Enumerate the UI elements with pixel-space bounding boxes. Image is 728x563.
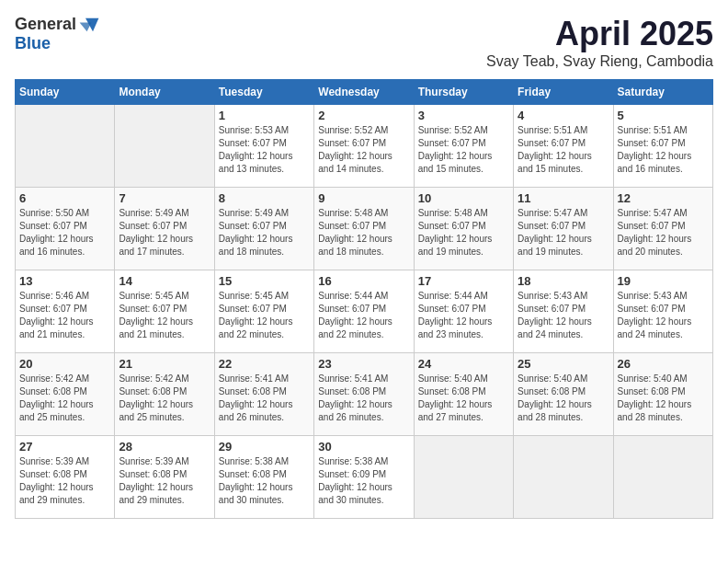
day-number: 14	[119, 274, 210, 288]
week-row-3: 13Sunrise: 5:46 AM Sunset: 6:07 PM Dayli…	[16, 270, 713, 353]
day-number: 25	[518, 357, 609, 371]
day-info: Sunrise: 5:49 AM Sunset: 6:07 PM Dayligh…	[119, 207, 210, 259]
day-info: Sunrise: 5:46 AM Sunset: 6:07 PM Dayligh…	[19, 290, 110, 341]
day-cell: 22Sunrise: 5:41 AM Sunset: 6:08 PM Dayli…	[214, 353, 313, 436]
title-area: April 2025 Svay Teab, Svay Rieng, Cambod…	[486, 15, 713, 70]
day-header-tuesday: Tuesday	[214, 80, 313, 105]
day-info: Sunrise: 5:40 AM Sunset: 6:08 PM Dayligh…	[518, 373, 609, 424]
day-cell: 19Sunrise: 5:43 AM Sunset: 6:07 PM Dayli…	[613, 270, 712, 353]
day-cell: 13Sunrise: 5:46 AM Sunset: 6:07 PM Dayli…	[16, 270, 115, 353]
day-cell: 20Sunrise: 5:42 AM Sunset: 6:08 PM Dayli…	[16, 353, 115, 436]
day-info: Sunrise: 5:53 AM Sunset: 6:07 PM Dayligh…	[219, 124, 310, 176]
day-number: 2	[318, 109, 409, 122]
day-info: Sunrise: 5:48 AM Sunset: 6:07 PM Dayligh…	[418, 207, 509, 259]
day-info: Sunrise: 5:47 AM Sunset: 6:07 PM Dayligh…	[518, 207, 609, 259]
day-info: Sunrise: 5:51 AM Sunset: 6:07 PM Dayligh…	[518, 124, 609, 176]
day-header-monday: Monday	[115, 80, 214, 105]
logo-blue: Blue	[15, 34, 51, 53]
day-cell	[115, 105, 214, 188]
day-number: 15	[219, 274, 310, 288]
day-number: 17	[418, 274, 509, 288]
day-cell	[16, 105, 115, 188]
calendar-table: SundayMondayTuesdayWednesdayThursdayFrid…	[15, 79, 713, 519]
logo: General Blue	[15, 15, 100, 53]
day-cell	[414, 436, 513, 519]
day-cell: 1Sunrise: 5:53 AM Sunset: 6:07 PM Daylig…	[214, 105, 313, 188]
day-info: Sunrise: 5:45 AM Sunset: 6:07 PM Dayligh…	[219, 290, 310, 341]
day-cell: 8Sunrise: 5:49 AM Sunset: 6:07 PM Daylig…	[214, 188, 313, 270]
day-info: Sunrise: 5:41 AM Sunset: 6:08 PM Dayligh…	[318, 373, 409, 424]
day-number: 27	[19, 440, 110, 454]
day-cell: 3Sunrise: 5:52 AM Sunset: 6:07 PM Daylig…	[414, 105, 513, 188]
day-info: Sunrise: 5:42 AM Sunset: 6:08 PM Dayligh…	[19, 373, 110, 424]
month-title: April 2025	[486, 15, 713, 53]
day-cell: 2Sunrise: 5:52 AM Sunset: 6:07 PM Daylig…	[314, 105, 414, 188]
day-number: 28	[119, 440, 210, 454]
day-info: Sunrise: 5:40 AM Sunset: 6:08 PM Dayligh…	[618, 373, 709, 424]
subtitle: Svay Teab, Svay Rieng, Cambodia	[486, 53, 713, 70]
day-cell: 30Sunrise: 5:38 AM Sunset: 6:09 PM Dayli…	[314, 436, 414, 519]
day-info: Sunrise: 5:39 AM Sunset: 6:08 PM Dayligh…	[19, 455, 110, 507]
svg-marker-1	[80, 22, 92, 31]
day-cell	[514, 436, 613, 519]
day-info: Sunrise: 5:47 AM Sunset: 6:07 PM Dayligh…	[618, 207, 709, 259]
day-cell: 23Sunrise: 5:41 AM Sunset: 6:08 PM Dayli…	[314, 353, 414, 436]
day-cell: 9Sunrise: 5:48 AM Sunset: 6:07 PM Daylig…	[314, 188, 414, 270]
day-info: Sunrise: 5:38 AM Sunset: 6:08 PM Dayligh…	[219, 455, 310, 507]
day-cell: 21Sunrise: 5:42 AM Sunset: 6:08 PM Dayli…	[115, 353, 214, 436]
day-info: Sunrise: 5:52 AM Sunset: 6:07 PM Dayligh…	[418, 124, 509, 176]
day-cell: 6Sunrise: 5:50 AM Sunset: 6:07 PM Daylig…	[16, 188, 115, 270]
day-cell: 26Sunrise: 5:40 AM Sunset: 6:08 PM Dayli…	[613, 353, 712, 436]
logo-icon	[78, 17, 100, 33]
day-cell: 18Sunrise: 5:43 AM Sunset: 6:07 PM Dayli…	[514, 270, 613, 353]
day-number: 9	[318, 191, 409, 205]
day-cell: 12Sunrise: 5:47 AM Sunset: 6:07 PM Dayli…	[613, 188, 712, 270]
day-info: Sunrise: 5:52 AM Sunset: 6:07 PM Dayligh…	[318, 124, 409, 176]
day-header-thursday: Thursday	[414, 80, 513, 105]
day-number: 6	[19, 191, 110, 205]
day-cell: 17Sunrise: 5:44 AM Sunset: 6:07 PM Dayli…	[414, 270, 513, 353]
day-header-friday: Friday	[514, 80, 613, 105]
day-cell: 10Sunrise: 5:48 AM Sunset: 6:07 PM Dayli…	[414, 188, 513, 270]
day-number: 29	[219, 440, 310, 454]
day-info: Sunrise: 5:43 AM Sunset: 6:07 PM Dayligh…	[518, 290, 609, 341]
day-info: Sunrise: 5:38 AM Sunset: 6:09 PM Dayligh…	[318, 455, 409, 507]
day-number: 7	[119, 191, 210, 205]
day-info: Sunrise: 5:51 AM Sunset: 6:07 PM Dayligh…	[618, 124, 709, 176]
day-cell: 16Sunrise: 5:44 AM Sunset: 6:07 PM Dayli…	[314, 270, 414, 353]
week-row-5: 27Sunrise: 5:39 AM Sunset: 6:08 PM Dayli…	[16, 436, 713, 519]
day-info: Sunrise: 5:50 AM Sunset: 6:07 PM Dayligh…	[19, 207, 110, 259]
day-number: 11	[518, 191, 609, 205]
day-cell: 25Sunrise: 5:40 AM Sunset: 6:08 PM Dayli…	[514, 353, 613, 436]
day-number: 22	[219, 357, 310, 371]
day-number: 19	[618, 274, 709, 288]
day-info: Sunrise: 5:40 AM Sunset: 6:08 PM Dayligh…	[418, 373, 509, 424]
day-number: 12	[618, 191, 709, 205]
day-cell: 4Sunrise: 5:51 AM Sunset: 6:07 PM Daylig…	[514, 105, 613, 188]
day-info: Sunrise: 5:45 AM Sunset: 6:07 PM Dayligh…	[119, 290, 210, 341]
day-info: Sunrise: 5:42 AM Sunset: 6:08 PM Dayligh…	[119, 373, 210, 424]
day-number: 3	[418, 109, 509, 122]
day-info: Sunrise: 5:44 AM Sunset: 6:07 PM Dayligh…	[318, 290, 409, 341]
day-info: Sunrise: 5:48 AM Sunset: 6:07 PM Dayligh…	[318, 207, 409, 259]
day-number: 4	[518, 109, 609, 122]
day-cell	[613, 436, 712, 519]
day-cell: 28Sunrise: 5:39 AM Sunset: 6:08 PM Dayli…	[115, 436, 214, 519]
day-number: 20	[19, 357, 110, 371]
day-number: 13	[19, 274, 110, 288]
day-header-wednesday: Wednesday	[314, 80, 414, 105]
week-row-1: 1Sunrise: 5:53 AM Sunset: 6:07 PM Daylig…	[16, 105, 713, 188]
logo-general: General	[15, 15, 76, 34]
day-info: Sunrise: 5:49 AM Sunset: 6:07 PM Dayligh…	[219, 207, 310, 259]
day-cell: 29Sunrise: 5:38 AM Sunset: 6:08 PM Dayli…	[214, 436, 313, 519]
day-info: Sunrise: 5:41 AM Sunset: 6:08 PM Dayligh…	[219, 373, 310, 424]
day-number: 1	[219, 109, 310, 122]
day-number: 21	[119, 357, 210, 371]
day-number: 30	[318, 440, 409, 454]
day-info: Sunrise: 5:43 AM Sunset: 6:07 PM Dayligh…	[618, 290, 709, 341]
day-cell: 15Sunrise: 5:45 AM Sunset: 6:07 PM Dayli…	[214, 270, 313, 353]
day-number: 5	[618, 109, 709, 122]
day-number: 24	[418, 357, 509, 371]
day-cell: 5Sunrise: 5:51 AM Sunset: 6:07 PM Daylig…	[613, 105, 712, 188]
day-cell: 7Sunrise: 5:49 AM Sunset: 6:07 PM Daylig…	[115, 188, 214, 270]
